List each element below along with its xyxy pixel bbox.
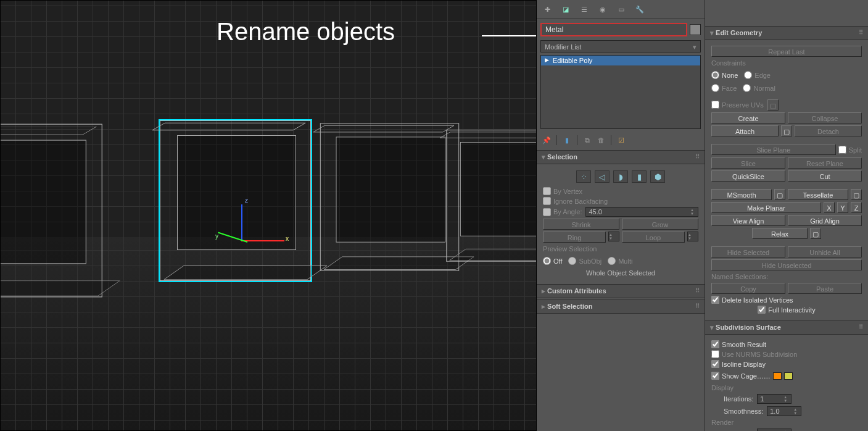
rollout-subdivision-header[interactable]: Subdivision Surface — [705, 320, 868, 335]
grid-align-button[interactable]: Grid Align — [788, 215, 862, 226]
rollout-selection-header[interactable]: Selection — [537, 150, 705, 164]
split-checkbox[interactable]: Split — [838, 146, 862, 154]
subobj-border-icon[interactable]: ◗ — [613, 170, 628, 183]
attach-button[interactable]: Attach — [711, 125, 779, 136]
by-angle-checkbox[interactable]: By Angle: — [543, 208, 582, 216]
collapse-button[interactable]: Collapse — [788, 112, 862, 123]
ring-spinner[interactable]: ▲▼ — [608, 232, 619, 241]
preview-multi-radio[interactable]: Multi — [608, 257, 632, 265]
repeat-last-button[interactable]: Repeat Last — [711, 46, 862, 57]
smooth-result-checkbox[interactable]: Smooth Result — [711, 340, 862, 348]
ring-button[interactable]: Ring — [543, 232, 606, 243]
isoline-display-checkbox[interactable]: Isoline Display — [711, 360, 862, 368]
tessellate-settings-button[interactable]: ▢ — [851, 189, 862, 200]
constraint-none-radio[interactable]: None — [711, 71, 738, 79]
view-align-button[interactable]: View Align — [711, 215, 785, 226]
rollout-soft-selection-header[interactable]: Soft Selection — [537, 299, 705, 314]
command-panel-tabs: ✚ ◪ ☰ ◉ ▭ 🔧 — [537, 0, 705, 19]
rollout-edit-geometry-header[interactable]: Edit Geometry — [705, 26, 868, 40]
display-group-label: Display — [711, 384, 862, 391]
hide-selected-button[interactable]: Hide Selected — [711, 246, 785, 257]
render-iterations-spinner[interactable]: ▲▼ — [757, 429, 792, 431]
cage-color-1[interactable] — [773, 372, 782, 380]
subobj-element-icon[interactable]: ⬢ — [650, 170, 665, 183]
cage-color-2[interactable] — [784, 372, 793, 380]
tab-utilities-icon[interactable]: 🔧 — [634, 4, 645, 15]
loop-button[interactable]: Loop — [622, 232, 685, 243]
make-planar-button[interactable]: Make Planar — [711, 202, 821, 213]
constraint-edge-radio[interactable]: Edge — [744, 71, 771, 79]
planar-x-button[interactable]: X — [824, 202, 835, 213]
attach-list-button[interactable]: ▢ — [781, 125, 792, 136]
planar-z-button[interactable]: Z — [851, 202, 862, 213]
quickslice-button[interactable]: QuickSlice — [711, 170, 785, 182]
object-color-swatch[interactable] — [690, 24, 701, 35]
by-vertex-checkbox[interactable]: By Vertex — [543, 187, 698, 195]
preserve-uvs-checkbox[interactable]: Preserve UVs — [711, 101, 764, 109]
preview-subobj-radio[interactable]: SubObj — [568, 257, 601, 265]
smoothness-label: Smoothness: — [724, 408, 763, 415]
ignore-backfacing-checkbox[interactable]: Ignore Backfacing — [543, 197, 698, 205]
tab-modify-icon[interactable]: ◪ — [560, 4, 571, 15]
show-cage-checkbox[interactable]: Show Cage…… — [711, 372, 771, 380]
modifier-stack[interactable]: Editable Poly — [540, 55, 701, 129]
make-unique-icon[interactable]: ⧉ — [582, 135, 592, 145]
use-nurms-checkbox[interactable]: Use NURMS Subdivision — [711, 350, 862, 358]
reset-plane-button[interactable]: Reset Plane — [788, 157, 862, 169]
paste-selection-button[interactable]: Paste — [788, 283, 862, 294]
relax-button[interactable]: Relax — [752, 228, 808, 239]
shrink-button[interactable]: Shrink — [543, 219, 619, 230]
smoothness-spinner[interactable]: ▲▼ — [767, 406, 801, 416]
command-panel-right: Edit Geometry Repeat Last Constraints No… — [705, 0, 868, 431]
tab-motion-icon[interactable]: ◉ — [597, 4, 608, 15]
command-panel-modify: ✚ ◪ ☰ ◉ ▭ 🔧 Modifier List Editable Poly … — [537, 0, 705, 431]
angle-spinner[interactable]: ▲▼ — [585, 207, 698, 217]
constraint-face-radio[interactable]: Face — [711, 84, 737, 92]
relax-settings-button[interactable]: ▢ — [810, 228, 821, 239]
preserve-uvs-settings-button[interactable]: ▢ — [767, 99, 779, 111]
full-interactivity-checkbox[interactable]: Full Interactivity — [711, 306, 862, 314]
msmooth-settings-button[interactable]: ▢ — [774, 189, 785, 200]
configure-sets-icon[interactable]: ☑ — [616, 135, 626, 145]
constraints-label: Constraints — [711, 59, 862, 67]
object-name-input[interactable] — [540, 23, 687, 36]
tessellate-button[interactable]: Tessellate — [788, 189, 848, 200]
tab-display-icon[interactable]: ▭ — [616, 4, 627, 15]
modifier-list-dropdown[interactable]: Modifier List — [540, 40, 701, 52]
cut-button[interactable]: Cut — [788, 170, 862, 182]
iterations-spinner[interactable]: ▲▼ — [757, 394, 792, 404]
subobj-polygon-icon[interactable]: ▮ — [632, 170, 647, 183]
selection-status-text: Whole Object Selected — [543, 269, 698, 277]
msmooth-button[interactable]: MSmooth — [711, 189, 772, 200]
rollout-custom-attributes-header[interactable]: Custom Attributes — [537, 284, 705, 298]
annotation-label: Rename objects — [217, 18, 395, 46]
tab-hierarchy-icon[interactable]: ☰ — [579, 4, 590, 15]
tab-create-icon[interactable]: ✚ — [542, 4, 553, 15]
subobj-edge-icon[interactable]: ◁ — [595, 170, 610, 183]
remove-modifier-icon[interactable]: 🗑 — [596, 135, 606, 145]
grow-button[interactable]: Grow — [622, 219, 698, 230]
copy-selection-button[interactable]: Copy — [711, 283, 785, 294]
hide-unselected-button[interactable]: Hide Unselected — [711, 259, 862, 270]
render-group-label: Render — [711, 419, 862, 426]
iterations-label: Iterations: — [724, 395, 753, 403]
show-end-result-icon[interactable]: ▮ — [562, 135, 572, 145]
named-selections-label: Named Selections: — [711, 273, 862, 280]
planar-y-button[interactable]: Y — [837, 202, 848, 213]
pin-stack-icon[interactable]: 📌 — [542, 135, 552, 145]
modifier-stack-item[interactable]: Editable Poly — [541, 56, 700, 65]
constraint-normal-radio[interactable]: Normal — [743, 84, 775, 92]
viewport-3d[interactable]: Rename objects xyz — [0, 0, 537, 431]
delete-isolated-checkbox[interactable]: Delete Isolated Vertices — [711, 296, 862, 304]
unhide-all-button[interactable]: Unhide All — [788, 246, 862, 257]
preview-selection-label: Preview Selection — [543, 245, 698, 253]
slice-plane-button[interactable]: Slice Plane — [711, 144, 836, 155]
subobj-vertex-icon[interactable]: ⁘ — [576, 170, 591, 183]
preview-off-radio[interactable]: Off — [543, 257, 562, 265]
create-button[interactable]: Create — [711, 112, 785, 123]
loop-spinner[interactable]: ▲▼ — [687, 232, 698, 241]
detach-button[interactable]: Detach — [795, 125, 862, 136]
slice-button[interactable]: Slice — [711, 157, 785, 169]
